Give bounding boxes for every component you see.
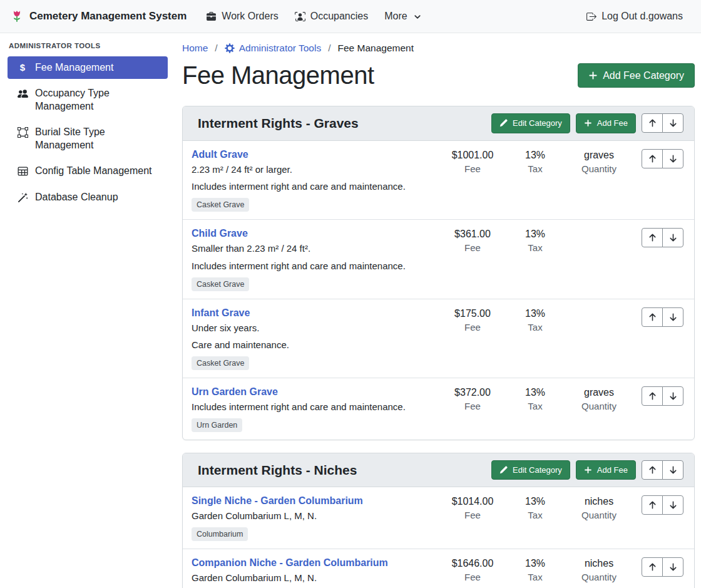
move-category-down-button[interactable] — [662, 113, 683, 133]
category-header: Interment Rights - GravesEdit CategoryAd… — [183, 106, 694, 141]
fee-main: Infant GraveUnder six years.Care and mai… — [192, 307, 438, 371]
logout-link[interactable]: Log Out d.gowans — [578, 6, 691, 27]
move-fee-up-button[interactable] — [642, 149, 663, 168]
breadcrumb-label: Home — [182, 43, 208, 54]
sidebar-item-burial-site-type-management[interactable]: Burial Site Type Management — [8, 121, 168, 157]
fee-list: Adult Grave2.23 m² / 24 ft² or larger.In… — [183, 141, 694, 440]
edit-category-button[interactable]: Edit Category — [491, 113, 570, 133]
move-fee-up-button[interactable] — [642, 307, 663, 327]
move-fee-down-button[interactable] — [662, 557, 683, 577]
pencil-icon — [499, 466, 508, 474]
navbar-right: Log Out d.gowans — [578, 6, 691, 27]
dollar-icon: $ — [16, 63, 29, 72]
nav-item-more[interactable]: More — [376, 6, 429, 27]
gear-icon — [225, 43, 235, 53]
arrow-down-icon — [668, 465, 678, 475]
category-title: Interment Rights - Graves — [198, 116, 359, 131]
move-fee-down-button[interactable] — [662, 386, 683, 406]
logout-icon — [586, 11, 596, 22]
fee-reorder-group — [642, 495, 683, 515]
fee-tax-value: 13% — [507, 229, 563, 240]
fee-quantity-label: Quantity — [563, 163, 635, 174]
sidebar-item-config-table-management[interactable]: Config Table Management — [8, 160, 168, 182]
fee-reorder-group — [642, 557, 683, 577]
fee-description: Includes interment right and care and ma… — [192, 259, 434, 273]
brand[interactable]: Cemetery Management System — [10, 9, 187, 23]
fee-row: Companion Niche - Garden ColumbariumGard… — [183, 549, 694, 588]
move-fee-down-button[interactable] — [662, 149, 683, 168]
fee-type-badge: Casket Grave — [192, 356, 249, 370]
sidebar-item-label: Database Cleanup — [35, 191, 118, 204]
fee-description: Smaller than 2.23 m² / 24 ft². — [192, 242, 434, 255]
arrow-up-icon — [648, 118, 657, 128]
nav-item-occupancies[interactable]: Occupancies — [287, 6, 377, 27]
add-fee-button[interactable]: Add Fee — [576, 113, 636, 133]
briefcase-icon — [206, 11, 217, 22]
move-fee-up-button[interactable] — [642, 557, 663, 577]
category-reorder-group — [642, 113, 683, 133]
fee-quantity-label: Quantity — [563, 510, 635, 520]
fee-name-link[interactable]: Urn Garden Grave — [192, 386, 278, 398]
nav-item-label: Work Orders — [222, 11, 278, 22]
move-category-down-button[interactable] — [662, 460, 683, 480]
fee-name-link[interactable]: Companion Niche - Garden Columbarium — [192, 557, 388, 569]
arrow-down-icon — [668, 500, 678, 510]
sidebar-item-occupancy-type-management[interactable]: Occupancy Type Management — [8, 82, 168, 118]
fee-tax-value: 13% — [507, 558, 563, 569]
sidebar-header: ADMINISTRATOR TOOLS — [9, 42, 166, 49]
move-fee-up-button[interactable] — [642, 386, 663, 406]
nav-item-work-orders[interactable]: Work Orders — [198, 6, 286, 27]
move-category-up-button[interactable] — [642, 113, 663, 133]
fee-quantity-value: graves — [563, 387, 635, 398]
arrow-up-icon — [648, 562, 657, 572]
fee-amount-label: Fee — [438, 510, 507, 520]
fee-name-link[interactable]: Adult Grave — [192, 149, 248, 160]
fee-name-link[interactable]: Single Niche - Garden Columbarium — [192, 495, 363, 507]
fee-tax-col: 13%Tax — [507, 386, 563, 411]
fee-quantity-col — [563, 307, 635, 308]
add-fee-button[interactable]: Add Fee — [576, 460, 636, 480]
sidebar: ADMINISTRATOR TOOLS $Fee ManagementOccup… — [0, 33, 175, 212]
fee-name-link[interactable]: Child Grave — [192, 228, 248, 239]
sidebar-menu: $Fee ManagementOccupancy Type Management… — [8, 56, 168, 209]
move-fee-up-button[interactable] — [642, 228, 663, 247]
sidebar-item-fee-management[interactable]: $Fee Management — [8, 56, 168, 79]
sidebar-item-database-cleanup[interactable]: Database Cleanup — [8, 186, 168, 209]
breadcrumb-item-administrator-tools[interactable]: Administrator Tools — [225, 43, 322, 54]
fee-tax-label: Tax — [507, 510, 563, 520]
fee-type-badge: Urn Garden — [192, 418, 242, 432]
fee-description: Includes interment right and care and ma… — [192, 180, 434, 193]
arrow-up-icon — [648, 154, 657, 163]
move-fee-up-button[interactable] — [642, 495, 663, 515]
edit-category-button[interactable]: Edit Category — [491, 460, 570, 480]
chevron-down-icon — [414, 13, 421, 21]
breadcrumb-item-home[interactable]: Home — [182, 43, 208, 54]
move-fee-down-button[interactable] — [662, 495, 683, 515]
fee-main: Single Niche - Garden ColumbariumGarden … — [192, 495, 438, 541]
category-title: Interment Rights - Niches — [198, 463, 357, 478]
fee-amount-label: Fee — [438, 163, 507, 174]
category-list: Interment Rights - GravesEdit CategoryAd… — [182, 106, 695, 588]
person-bounding-box-icon — [295, 11, 305, 22]
move-fee-down-button[interactable] — [662, 228, 683, 247]
arrow-up-icon — [648, 500, 657, 510]
fee-tax-value: 13% — [507, 308, 563, 319]
fee-amount-value: $361.00 — [438, 229, 507, 240]
fee-main: Companion Niche - Garden ColumbariumGard… — [192, 557, 438, 588]
arrow-up-icon — [648, 312, 657, 322]
add-fee-category-button[interactable]: Add Fee Category — [578, 63, 695, 88]
fee-reorder-group — [642, 386, 683, 406]
navbar-menu: Work OrdersOccupanciesMore — [198, 6, 429, 27]
category-actions: Edit CategoryAdd Fee — [491, 113, 683, 133]
sidebar-item-label: Burial Site Type Management — [35, 126, 161, 152]
fee-name-link[interactable]: Infant Grave — [192, 307, 250, 319]
move-category-up-button[interactable] — [642, 460, 663, 480]
fee-quantity-value: graves — [563, 150, 635, 161]
sidebar-item-label: Fee Management — [35, 61, 113, 74]
move-fee-down-button[interactable] — [662, 307, 683, 327]
arrow-down-icon — [668, 312, 678, 322]
fee-tax-col: 13%Tax — [507, 149, 563, 174]
fee-row: Infant GraveUnder six years.Care and mai… — [183, 299, 694, 378]
fee-category-card: Interment Rights - NichesEdit CategoryAd… — [182, 453, 695, 588]
fee-amount-value: $372.00 — [438, 387, 507, 398]
